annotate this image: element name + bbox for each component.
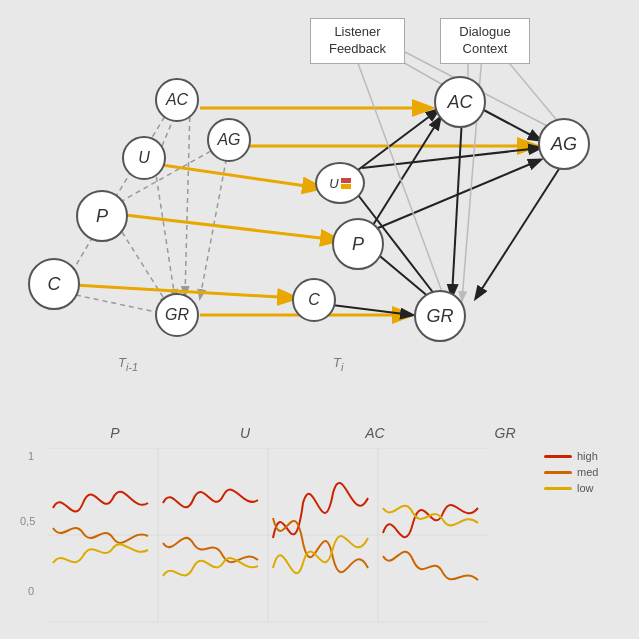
right-ac-node: AC [434,76,486,128]
svg-line-11 [162,165,320,188]
col-label-p: P [50,425,180,441]
legend-area: high med low [544,450,624,498]
legend-med-label: med [577,466,598,478]
y-label-05: 0,5 [20,515,35,527]
right-u-node: U [315,162,365,204]
chart-svg [48,448,488,623]
dialogue-context-box: Dialogue Context [440,18,530,64]
svg-line-8 [200,150,228,298]
y-label-1: 1 [28,450,34,462]
left-c-node: C [28,258,80,310]
left-ag-node: AG [207,118,251,162]
left-ac-node: AC [155,78,199,122]
svg-line-12 [125,215,338,240]
y-label-0: 0 [28,585,34,597]
right-ag-node: AG [538,118,590,170]
legend-high-label: high [577,450,598,462]
legend-low-label: low [577,482,594,494]
legend-med: med [544,466,624,478]
chart-col-labels: P U AC GR [50,425,570,441]
svg-line-21 [332,305,412,315]
svg-line-7 [185,108,190,295]
svg-line-19 [378,160,540,228]
svg-line-23 [452,118,462,296]
left-p-node: P [76,190,128,242]
svg-line-5 [155,168,175,298]
svg-line-22 [480,108,540,140]
right-p-node: P [332,218,384,270]
svg-line-16 [362,148,540,168]
legend-low-line [544,487,572,490]
chart-inner: P U AC GR 1 0,5 0 [0,420,639,639]
legend-low: low [544,482,624,494]
legend-high: high [544,450,624,462]
svg-line-24 [476,155,568,298]
time-label-i-minus1: Ti-1 [118,355,138,373]
right-gr-node: GR [414,290,466,342]
main-container: Listener Feedback Dialogue Context AC AG… [0,0,639,639]
right-c-node: C [292,278,336,322]
left-gr-node: GR [155,293,199,337]
legend-med-line [544,471,572,474]
col-label-ac: AC [310,425,440,441]
listener-feedback-box: Listener Feedback [310,18,405,64]
chart-area: P U AC GR 1 0,5 0 [0,420,639,639]
col-label-u: U [180,425,310,441]
legend-high-line [544,455,572,458]
col-label-gr: GR [440,425,570,441]
time-label-i: Ti [333,355,343,373]
svg-line-2 [122,232,168,305]
left-u-node: U [122,136,166,180]
svg-line-18 [373,118,440,225]
svg-line-15 [358,110,438,170]
